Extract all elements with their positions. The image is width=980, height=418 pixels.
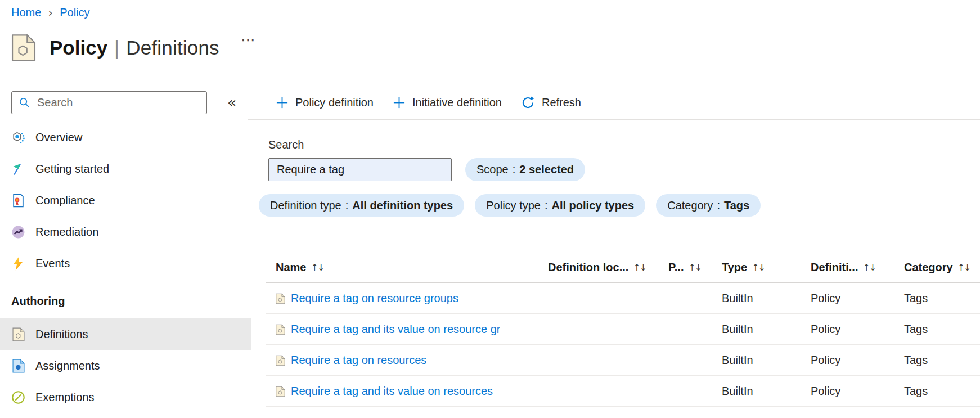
category-cell: Tags (904, 376, 928, 407)
column-header-type[interactable]: Type ↑↓ (722, 252, 765, 282)
sidebar-item-definitions[interactable]: Definitions (0, 318, 251, 350)
pill-name: Category (667, 199, 713, 212)
definitions-icon (11, 327, 25, 341)
command-bar: Policy definition Initiative definition … (276, 89, 581, 116)
pill-value: Tags (724, 199, 749, 212)
page-title: Policy|Definitions (50, 34, 219, 62)
sort-icon: ↑↓ (311, 262, 323, 273)
policy-link[interactable]: Require a tag on resources (291, 345, 426, 376)
sidebar-item-label: Events (35, 257, 70, 270)
search-label: Search (268, 138, 304, 151)
table-row[interactable]: Require a tag and its value on resources… (266, 376, 980, 407)
policy-icon (276, 283, 285, 314)
policy-link[interactable]: Require a tag on resource groups (291, 283, 458, 314)
category-cell: Tags (904, 345, 928, 376)
sidebar-item-label: Definitions (35, 328, 88, 341)
definition-type-cell: Policy (811, 345, 840, 376)
scope-filter-pill[interactable]: Scope : 2 selected (465, 158, 585, 181)
type-cell: BuiltIn (722, 376, 753, 407)
column-header-definition-location[interactable]: Definition loc... ↑↓ (548, 252, 646, 282)
breadcrumb-link-home[interactable]: Home (11, 6, 41, 19)
pill-name: Definition type (270, 199, 341, 212)
initiative-definition-button[interactable]: Initiative definition (393, 96, 502, 109)
compliance-icon (11, 194, 25, 208)
policy-type-filter-pill[interactable]: Policy type : All policy types (475, 194, 645, 217)
sidebar-item-label: Overview (35, 131, 82, 144)
breadcrumb-link-policy[interactable]: Policy (60, 6, 89, 19)
pill-separator: : (513, 163, 516, 176)
table-row[interactable]: Require a tag on resources BuiltIn Polic… (266, 345, 980, 376)
type-cell: BuiltIn (722, 345, 753, 376)
sidebar-item-getting-started[interactable]: Getting started (0, 153, 251, 185)
table-row[interactable]: Require a tag on resource groups BuiltIn… (266, 283, 980, 314)
chevron-right-icon: › (48, 6, 53, 20)
definition-search-input[interactable] (268, 158, 452, 181)
exemptions-icon (11, 390, 25, 404)
policy-link[interactable]: Require a tag and its value on resources (291, 376, 493, 407)
pill-separator: : (545, 199, 548, 212)
breadcrumb: Home › Policy (11, 6, 90, 20)
collapse-sidebar-icon[interactable]: « (227, 93, 237, 111)
column-label: Definiti... (811, 261, 858, 274)
sidebar-item-label: Remediation (35, 226, 98, 239)
category-filter-pill[interactable]: Category : Tags (656, 194, 761, 217)
policy-definition-button[interactable]: Policy definition (276, 96, 374, 109)
button-label: Policy definition (295, 96, 374, 109)
remediation-icon (11, 225, 25, 239)
pill-separator: : (717, 199, 720, 212)
table-row[interactable]: Require a tag and its value on resource … (266, 314, 980, 345)
definition-type-cell: Policy (811, 376, 840, 407)
policy-icon (276, 376, 285, 407)
sidebar-item-events[interactable]: Events (0, 248, 251, 279)
page-title-primary: Policy (50, 37, 107, 59)
sidebar-item-compliance[interactable]: Compliance (0, 185, 251, 216)
pill-value: 2 selected (519, 163, 574, 176)
refresh-button[interactable]: Refresh (521, 96, 581, 110)
sidebar-section-authoring: Authoring (11, 295, 65, 308)
pill-name: Scope (476, 163, 509, 176)
title-separator: | (114, 37, 119, 59)
definition-type-filter-pill[interactable]: Definition type : All definition types (259, 194, 464, 217)
sidebar-search-box (11, 91, 207, 114)
column-label: Category (904, 261, 953, 274)
policy-icon (11, 34, 36, 62)
policy-icon (276, 345, 285, 376)
column-header-category[interactable]: Category ↑↓ (904, 252, 970, 282)
sidebar-menu: Overview Getting started Compliance (0, 122, 251, 279)
getting-started-icon (11, 162, 25, 176)
sidebar-item-exemptions[interactable]: Exemptions (0, 381, 251, 413)
pill-value: All definition types (352, 199, 453, 212)
search-icon (19, 97, 30, 109)
button-label: Refresh (542, 96, 581, 109)
more-icon[interactable]: ⋯ (241, 32, 255, 48)
pill-name: Policy type (486, 199, 541, 212)
sidebar-item-label: Assignments (35, 359, 100, 372)
refresh-icon (521, 96, 535, 110)
button-label: Initiative definition (412, 96, 502, 109)
overview-icon (11, 131, 25, 145)
assignments-icon (11, 359, 25, 373)
column-header-policies[interactable]: P... ↑↓ (668, 252, 701, 282)
type-cell: BuiltIn (722, 314, 753, 345)
page-header: Policy|Definitions (11, 34, 219, 62)
events-icon (11, 257, 25, 271)
column-header-definition-type[interactable]: Definiti... ↑↓ (811, 252, 875, 282)
category-cell: Tags (904, 283, 928, 314)
policy-link[interactable]: Require a tag and its value on resource … (291, 314, 500, 345)
type-cell: BuiltIn (722, 283, 753, 314)
sidebar-item-overview[interactable]: Overview (0, 122, 251, 153)
sidebar-item-label: Getting started (35, 163, 109, 176)
column-header-name[interactable]: Name ↑↓ (276, 252, 323, 282)
plus-icon (393, 96, 406, 109)
column-label: Name (276, 261, 306, 274)
sort-icon: ↑↓ (957, 262, 970, 273)
sort-icon: ↑↓ (862, 262, 875, 273)
divider (248, 119, 980, 120)
sidebar-search-input[interactable] (36, 96, 194, 110)
column-label: P... (668, 261, 684, 274)
sidebar-item-remediation[interactable]: Remediation (0, 216, 251, 248)
sidebar-item-assignments[interactable]: Assignments (0, 350, 251, 381)
sort-icon: ↑↓ (752, 262, 765, 273)
filter-pill-row: Definition type : All definition types P… (259, 194, 761, 217)
column-label: Definition loc... (548, 261, 628, 274)
